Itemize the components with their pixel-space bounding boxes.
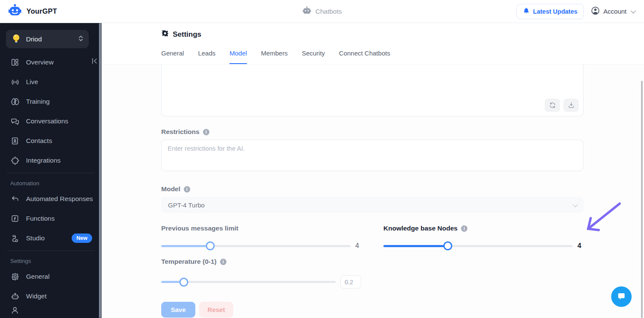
sidebar-item-live[interactable]: Live xyxy=(0,72,102,92)
sidebar-item-automated-responses[interactable]: Automated Responses xyxy=(0,189,102,209)
sidebar-item-label: Widget xyxy=(26,292,46,300)
restrictions-label: Restrictions xyxy=(161,128,583,136)
avatar-icon xyxy=(591,6,600,17)
training-brain-icon xyxy=(10,97,20,106)
page-title: Settings xyxy=(161,29,583,39)
sidebar-item-label: Studio xyxy=(26,234,45,242)
sidebar-divider xyxy=(7,173,95,173)
prev-messages-value: 4 xyxy=(355,242,361,250)
info-icon[interactable] xyxy=(184,186,190,193)
reset-button[interactable]: Reset xyxy=(199,302,233,318)
tab-leads[interactable]: Leads xyxy=(198,50,215,64)
collapse-sidebar-icon[interactable] xyxy=(91,57,99,67)
sidebar-item-studio[interactable]: Studio New xyxy=(0,228,102,248)
tab-members[interactable]: Members xyxy=(261,50,288,64)
account-menu[interactable]: Account xyxy=(591,6,635,17)
kb-nodes-field: Knowledge base Nodes 4 xyxy=(383,225,583,250)
info-icon[interactable] xyxy=(203,129,209,135)
sidebar-item-label: Contacts xyxy=(26,137,52,145)
prev-messages-field: Previous messages limit 4 xyxy=(161,225,361,250)
top-bar: YourGPT Chatbots Latest Update xyxy=(0,0,644,23)
workspace-name: Driod xyxy=(26,35,73,43)
restrictions-input[interactable] xyxy=(161,140,583,171)
person-icon xyxy=(10,306,20,315)
tab-connect-chatbots[interactable]: Connect Chatbots xyxy=(339,50,390,64)
sidebar-item-label: Live xyxy=(26,78,38,86)
studio-plug-icon xyxy=(10,233,20,243)
new-badge: New xyxy=(72,233,92,243)
chat-widget-button[interactable] xyxy=(611,286,632,307)
sidebar-item-contacts[interactable]: Contacts xyxy=(0,131,102,151)
sidebar-item-label: Training xyxy=(26,98,49,105)
brand: YourGPT xyxy=(0,3,57,20)
info-icon[interactable] xyxy=(220,259,226,265)
tab-model[interactable]: Model xyxy=(229,50,247,64)
sidebar-item-overview[interactable]: Overview xyxy=(0,53,102,72)
live-icon xyxy=(10,77,20,87)
overview-icon xyxy=(10,58,20,67)
integrations-puzzle-icon xyxy=(10,156,20,165)
settings-section-title: Settings xyxy=(0,254,102,267)
function-icon xyxy=(10,214,20,223)
sidebar-item-partial[interactable] xyxy=(0,306,102,315)
chat-bubble-icon xyxy=(616,291,627,303)
settings-gear-icon xyxy=(161,29,169,39)
info-icon[interactable] xyxy=(461,225,467,232)
temperature-input[interactable] xyxy=(340,275,361,289)
sidebar-item-integrations[interactable]: Integrations xyxy=(0,151,102,170)
sidebar-item-conversations[interactable]: Conversations xyxy=(0,111,102,131)
tab-security[interactable]: Security xyxy=(302,50,325,64)
temperature-field: Temperature (0-1) xyxy=(161,258,361,289)
slider-handle[interactable] xyxy=(206,242,215,251)
chevron-updown-icon xyxy=(78,35,84,44)
sidebar-item-label: Automated Responses xyxy=(26,195,93,203)
chatbots-breadcrumb[interactable]: Chatbots xyxy=(302,0,342,23)
refresh-button[interactable] xyxy=(545,99,560,112)
prev-messages-label: Previous messages limit xyxy=(161,225,361,232)
kb-nodes-slider[interactable] xyxy=(383,245,573,247)
latest-updates-button[interactable]: Latest Updates xyxy=(516,4,584,19)
brand-name: YourGPT xyxy=(26,7,57,15)
chatbots-label: Chatbots xyxy=(315,8,342,15)
sidebar: Driod Overview Live xyxy=(0,23,102,318)
contacts-icon xyxy=(10,136,20,146)
workspace-switcher[interactable]: Driod xyxy=(6,30,89,48)
model-label-text: Model xyxy=(161,185,180,193)
temperature-label-text: Temperature (0-1) xyxy=(161,258,217,265)
main-content: Settings General Leads Model Members Sec… xyxy=(102,23,644,318)
kb-nodes-label: Knowledge base Nodes xyxy=(383,225,583,232)
sidebar-item-functions[interactable]: Functions xyxy=(0,209,102,228)
kb-nodes-value: 4 xyxy=(577,242,583,250)
slider-handle[interactable] xyxy=(180,277,189,286)
sidebar-item-widget[interactable]: Widget xyxy=(0,286,102,306)
model-select[interactable]: GPT-4 Turbo xyxy=(161,197,583,213)
undo-arrow-icon xyxy=(10,194,20,204)
prev-messages-label-text: Previous messages limit xyxy=(161,225,238,232)
sidebar-item-general[interactable]: General xyxy=(0,267,102,286)
automation-section-title: Automation xyxy=(0,176,102,189)
model-label: Model xyxy=(161,185,583,193)
kb-nodes-label-text: Knowledge base Nodes xyxy=(383,225,458,232)
settings-header: Settings General Leads Model Members Sec… xyxy=(102,23,644,64)
sidebar-item-label: General xyxy=(26,273,49,280)
sidebar-divider xyxy=(7,251,95,251)
temperature-label: Temperature (0-1) xyxy=(161,258,361,265)
sidebar-scrollbar[interactable] xyxy=(99,23,101,318)
prompt-box[interactable] xyxy=(161,64,583,117)
save-button[interactable]: Save xyxy=(161,302,195,318)
bell-icon xyxy=(523,7,530,15)
sidebar-item-training[interactable]: Training xyxy=(0,92,102,111)
page-scrollbar[interactable] xyxy=(641,81,643,318)
slider-handle[interactable] xyxy=(443,242,452,251)
chatbot-icon xyxy=(302,6,311,17)
gear-icon xyxy=(10,272,20,281)
sidebar-item-label: Integrations xyxy=(26,157,61,164)
prev-messages-slider[interactable] xyxy=(161,245,351,247)
chevron-down-icon xyxy=(631,8,636,14)
model-select-value: GPT-4 Turbo xyxy=(168,201,205,209)
tab-general[interactable]: General xyxy=(161,50,184,64)
restrictions-label-text: Restrictions xyxy=(161,128,200,136)
temperature-slider[interactable] xyxy=(161,281,336,283)
download-button[interactable] xyxy=(563,99,579,112)
lightbulb-icon xyxy=(11,33,21,45)
